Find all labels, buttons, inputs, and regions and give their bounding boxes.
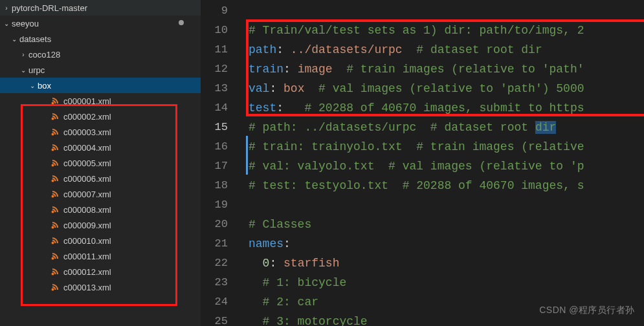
tree-file[interactable]: c000002.xml <box>0 109 201 124</box>
tree-file[interactable]: c000011.xml <box>0 248 201 264</box>
file-label: c000004.xml <box>63 143 111 153</box>
code-line[interactable]: # Classes <box>249 215 644 234</box>
xml-file-icon <box>49 266 61 277</box>
code-line[interactable]: train: image # train images (relative to… <box>249 60 644 79</box>
line-number: 19 <box>201 195 245 215</box>
file-label: c000006.xml <box>63 174 111 184</box>
folder-label: pytorch-DRL-master <box>12 3 87 13</box>
xml-file-icon <box>49 142 61 153</box>
tree-file[interactable]: c000010.xml <box>0 233 201 248</box>
line-number: 11 <box>201 40 245 60</box>
line-number: 16 <box>201 137 245 157</box>
svg-point-8 <box>52 227 54 228</box>
line-number: 15 <box>201 118 245 137</box>
tree-file[interactable]: c000001.xml <box>0 93 201 109</box>
line-number: 12 <box>201 60 245 79</box>
tree-folder-coco128[interactable]: › coco128 <box>0 47 201 62</box>
modified-indicator-icon <box>179 20 184 25</box>
folder-label: seeyou <box>12 19 39 28</box>
xml-file-icon <box>49 281 61 293</box>
svg-point-5 <box>52 180 54 182</box>
chevron-right-icon: › <box>1 3 12 13</box>
chevron-down-icon: ⌄ <box>18 65 28 75</box>
line-number: 14 <box>201 98 245 118</box>
chevron-down-icon: ⌄ <box>27 80 38 91</box>
code-content[interactable]: # Train/val/test sets as 1) dir: path/to… <box>249 1 644 326</box>
chevron-down-icon: ⌄ <box>9 34 19 44</box>
xml-file-icon <box>49 235 61 246</box>
chevron-down-icon: ⌄ <box>1 18 12 28</box>
code-line[interactable]: # Train/val/test sets as 1) dir: path/to… <box>249 21 644 40</box>
xml-file-icon <box>49 95 61 107</box>
file-label: c000007.xml <box>63 190 111 199</box>
line-number: 21 <box>201 234 245 254</box>
line-number: 22 <box>201 254 245 273</box>
file-label: c000011.xml <box>63 252 111 261</box>
tree-file[interactable]: c000004.xml <box>0 140 201 155</box>
line-number: 23 <box>201 273 245 292</box>
code-line[interactable]: # path: ../datasets/urpc # dataset root … <box>249 118 644 137</box>
svg-point-4 <box>52 165 54 166</box>
code-line[interactable]: test: # 20288 of 40670 images, submit to… <box>249 98 644 118</box>
svg-point-6 <box>52 196 54 197</box>
tree-file[interactable]: c000009.xml <box>0 217 201 233</box>
code-line[interactable]: # test: testyolo.txt # 20288 of 40670 im… <box>249 176 644 195</box>
file-label: c000001.xml <box>63 96 111 106</box>
tree-file[interactable]: c000008.xml <box>0 202 201 217</box>
line-number: 24 <box>201 292 245 312</box>
xml-file-icon <box>49 219 61 231</box>
file-label: c000013.xml <box>63 283 111 292</box>
folder-label: box <box>38 81 51 91</box>
code-line[interactable]: # val: valyolo.txt # val images (relativ… <box>249 157 644 176</box>
svg-point-12 <box>52 289 54 290</box>
folder-label: datasets <box>19 34 51 44</box>
file-tree: › pytorch-DRL-master ⌄ seeyou ⌄ datasets… <box>0 0 201 295</box>
xml-file-icon <box>49 173 61 184</box>
line-number: 10 <box>201 21 245 40</box>
line-number: 18 <box>201 176 245 195</box>
code-line[interactable] <box>249 195 644 215</box>
file-label: c000003.xml <box>63 127 111 137</box>
tree-file[interactable]: c000003.xml <box>0 124 201 140</box>
file-label: c000009.xml <box>63 221 111 230</box>
code-line[interactable] <box>249 1 644 21</box>
tree-folder-urpc[interactable]: ⌄ urpc <box>0 62 201 78</box>
code-line[interactable]: 0: starfish <box>249 254 644 273</box>
tree-folder-seeyou[interactable]: ⌄ seeyou <box>0 16 201 31</box>
code-line[interactable]: val: box # val images (relative to 'path… <box>249 79 644 98</box>
file-label: c000008.xml <box>63 205 111 215</box>
tree-file[interactable]: c000012.xml <box>0 264 201 279</box>
xml-file-icon <box>49 204 61 215</box>
file-label: c000012.xml <box>63 267 111 277</box>
tree-folder-datasets[interactable]: ⌄ datasets <box>0 31 201 47</box>
line-number: 13 <box>201 79 245 98</box>
xml-file-icon <box>49 111 61 122</box>
svg-point-2 <box>52 134 54 135</box>
code-line[interactable]: names: <box>249 234 644 254</box>
svg-point-10 <box>52 258 54 259</box>
change-bar-icon <box>246 39 248 116</box>
tree-file[interactable]: c000006.xml <box>0 171 201 186</box>
line-number-gutter: 910111213141516171819202122232425 <box>201 0 245 326</box>
file-label: c000005.xml <box>63 158 111 168</box>
code-line[interactable]: # train: trainyolo.txt # train images (r… <box>249 137 644 157</box>
chevron-right-icon: › <box>18 49 28 60</box>
tree-file[interactable]: c000013.xml <box>0 279 201 295</box>
code-line[interactable]: # 1: bicycle <box>249 273 644 292</box>
line-number: 9 <box>201 1 245 21</box>
line-number: 20 <box>201 215 245 234</box>
file-label: c000010.xml <box>63 236 111 246</box>
code-editor[interactable]: 910111213141516171819202122232425 # Trai… <box>201 0 644 326</box>
watermark-text: CSDN @程序员行者孙 <box>539 300 635 320</box>
svg-point-3 <box>52 149 54 151</box>
code-line[interactable]: path: ../datasets/urpc # dataset root di… <box>249 40 644 60</box>
line-number: 25 <box>201 312 245 326</box>
tree-folder-pytorch[interactable]: › pytorch-DRL-master <box>0 0 201 16</box>
tree-file[interactable]: c000007.xml <box>0 186 201 202</box>
svg-point-7 <box>52 212 54 213</box>
tree-folder-box[interactable]: ⌄ box <box>0 78 201 93</box>
tree-file[interactable]: c000005.xml <box>0 155 201 171</box>
folder-label: urpc <box>28 65 45 75</box>
line-number: 17 <box>201 157 245 176</box>
change-bar-icon <box>246 136 248 175</box>
